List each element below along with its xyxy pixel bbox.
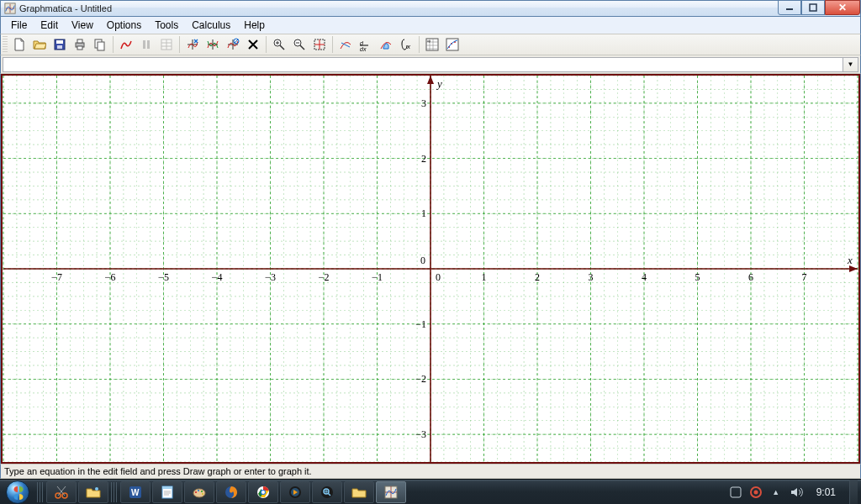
svg-text:3: 3 xyxy=(421,97,426,109)
coordinate-plane: −7−6−5−4−3−2−101234567−3−2−11230xy xyxy=(3,76,858,462)
svg-marker-148 xyxy=(427,76,434,84)
tangent-line-icon[interactable] xyxy=(335,35,356,54)
svg-text:x: x xyxy=(406,43,411,50)
start-button[interactable] xyxy=(0,480,35,505)
svg-text:x: x xyxy=(847,254,853,266)
redraw-all-icon[interactable] xyxy=(203,35,223,54)
window-title: Graphmatica - Untitled xyxy=(19,3,112,13)
taskbar-grip[interactable] xyxy=(37,482,44,502)
equation-history-dropdown[interactable]: ▼ xyxy=(843,57,858,72)
show-hidden-icons[interactable]: ▲ xyxy=(769,486,783,499)
status-text: Type an equation in the edit field and p… xyxy=(4,466,312,476)
pause-icon[interactable] xyxy=(136,35,156,54)
hide-graph-icon[interactable] xyxy=(223,35,243,54)
print-icon[interactable] xyxy=(70,35,90,54)
save-file-icon[interactable] xyxy=(50,35,70,54)
svg-rect-11 xyxy=(143,40,145,49)
svg-rect-5 xyxy=(57,45,62,49)
svg-text:−1: −1 xyxy=(372,271,383,283)
derivative-icon[interactable]: ddx xyxy=(356,35,376,54)
close-button[interactable]: ✕ xyxy=(825,0,860,15)
svg-text:6: 6 xyxy=(748,271,753,283)
integrate-icon[interactable] xyxy=(376,35,396,54)
svg-rect-12 xyxy=(147,40,150,49)
av-icon[interactable] xyxy=(749,486,763,499)
set-range-icon[interactable] xyxy=(309,35,330,54)
sound-icon[interactable] xyxy=(790,486,803,499)
menu-tools[interactable]: Tools xyxy=(148,18,185,33)
svg-rect-8 xyxy=(77,46,82,50)
zoom-in-icon[interactable] xyxy=(269,35,289,54)
svg-text:1: 1 xyxy=(482,271,487,283)
svg-text:−6: −6 xyxy=(105,271,116,283)
svg-rect-1 xyxy=(786,8,793,10)
curve-fit-icon[interactable] xyxy=(442,35,462,54)
taskbar-grip[interactable] xyxy=(111,482,118,502)
status-bar: Type an equation in the edit field and p… xyxy=(0,464,861,479)
clear-screen-icon[interactable] xyxy=(182,35,203,54)
taskbar: W ▲ 9:01 xyxy=(0,479,861,504)
taskbar-item-firefox[interactable] xyxy=(216,481,246,503)
menu-help[interactable]: Help xyxy=(237,18,272,33)
svg-point-188 xyxy=(261,491,265,494)
taskbar-clock[interactable]: 9:01 xyxy=(810,486,843,498)
taskbar-item-word[interactable]: W xyxy=(120,481,151,503)
taskbar-item-media[interactable] xyxy=(280,481,310,503)
svg-text:−3: −3 xyxy=(265,271,276,283)
system-tray: ▲ 9:01 xyxy=(726,480,861,504)
minimize-button[interactable] xyxy=(778,0,801,15)
title-bar: Graphmatica - Untitled ✕ xyxy=(0,0,861,17)
svg-rect-7 xyxy=(77,39,82,43)
svg-point-181 xyxy=(195,491,197,493)
menu-view[interactable]: View xyxy=(65,18,100,33)
taskbar-item-explorer[interactable] xyxy=(344,481,374,503)
svg-rect-2 xyxy=(810,4,816,11)
svg-text:5: 5 xyxy=(695,271,700,283)
delete-graph-icon[interactable] xyxy=(243,35,263,54)
point-tables-icon[interactable] xyxy=(156,35,177,54)
toolbar-separator xyxy=(332,36,333,53)
svg-text:dx: dx xyxy=(360,46,367,51)
svg-text:0: 0 xyxy=(420,255,425,266)
svg-text:2: 2 xyxy=(421,153,426,165)
svg-point-183 xyxy=(201,491,203,492)
taskbar-item-paint[interactable] xyxy=(184,481,214,503)
svg-point-182 xyxy=(198,490,199,491)
find-point-icon[interactable]: x xyxy=(396,35,416,54)
menu-calculus[interactable]: Calculus xyxy=(185,18,237,33)
toolbar-grip[interactable] xyxy=(3,36,8,53)
taskbar-item-notepad[interactable] xyxy=(152,481,182,503)
svg-text:−3: −3 xyxy=(415,428,426,440)
svg-text:−2: −2 xyxy=(415,373,426,385)
taskbar-item-graphmatica[interactable] xyxy=(376,481,406,503)
new-file-icon[interactable] xyxy=(9,35,29,54)
taskbar-item-folder[interactable] xyxy=(78,481,108,503)
svg-text:−4: −4 xyxy=(212,271,223,283)
maximize-button[interactable] xyxy=(801,0,825,15)
svg-text:−7: −7 xyxy=(51,271,62,283)
open-file-icon[interactable] xyxy=(29,35,50,54)
svg-point-175 xyxy=(95,487,98,491)
data-plot-icon[interactable]: xy xyxy=(422,35,442,54)
svg-point-184 xyxy=(202,493,203,495)
svg-rect-4 xyxy=(56,40,63,44)
menu-edit[interactable]: Edit xyxy=(34,18,65,33)
equation-input[interactable] xyxy=(3,57,843,72)
menu-options[interactable]: Options xyxy=(100,18,148,33)
taskbar-item-chrome[interactable] xyxy=(248,481,278,503)
taskbar-item-snipping[interactable] xyxy=(46,481,77,503)
svg-text:xy: xy xyxy=(427,39,430,43)
menu-bar: File Edit View Options Tools Calculus He… xyxy=(0,17,861,34)
draw-graph-icon[interactable] xyxy=(116,35,136,54)
svg-text:4: 4 xyxy=(642,271,647,283)
graph-area[interactable]: −7−6−5−4−3−2−101234567−3−2−11230xy xyxy=(1,74,860,464)
menu-file[interactable]: File xyxy=(4,18,34,33)
copy-icon[interactable] xyxy=(90,35,110,54)
zoom-out-icon[interactable] xyxy=(289,35,309,54)
show-desktop-button[interactable] xyxy=(849,480,858,504)
action-center-icon[interactable] xyxy=(729,486,742,499)
svg-text:2: 2 xyxy=(535,271,540,283)
toolbar-separator xyxy=(419,36,420,53)
svg-text:7: 7 xyxy=(802,271,807,283)
taskbar-item-magnify[interactable] xyxy=(312,481,342,503)
